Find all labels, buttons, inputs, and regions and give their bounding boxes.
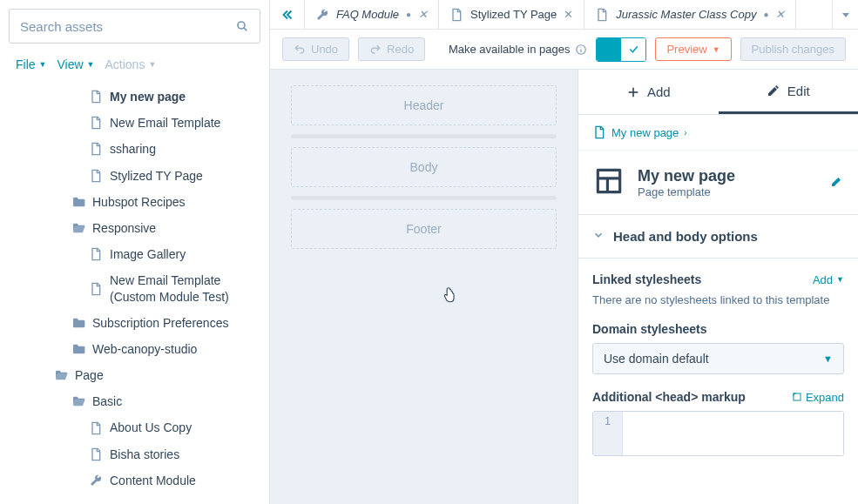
- tree-file[interactable]: Image Gallery: [0, 241, 269, 267]
- linked-stylesheets-label: Linked stylesheets: [592, 272, 701, 286]
- pencil-icon: [767, 84, 780, 97]
- tree-file[interactable]: My new page: [0, 84, 269, 110]
- tree-item-label: Stylized TY Page: [110, 168, 203, 184]
- preview-button[interactable]: Preview ▼: [655, 37, 731, 61]
- toggle-on[interactable]: [597, 38, 621, 61]
- menu-file[interactable]: File▼: [12, 56, 50, 73]
- folder-open-icon: [54, 368, 68, 382]
- file-icon: [89, 447, 103, 461]
- redo-button: Redo: [358, 37, 425, 61]
- file-icon: [89, 169, 103, 183]
- chevron-right-icon: ›: [684, 128, 686, 138]
- tree-file[interactable]: Content Module: [0, 467, 269, 494]
- tree-item-label: Content Module: [110, 473, 196, 488]
- search-box[interactable]: [9, 9, 260, 44]
- dirty-indicator: ●: [763, 10, 768, 19]
- close-tab-button[interactable]: ✕: [564, 8, 573, 21]
- canvas[interactable]: Header Body Footer: [270, 70, 578, 504]
- file-icon: [89, 282, 103, 296]
- toggle-off[interactable]: [621, 38, 645, 61]
- tree-folder[interactable]: Subscription Preferences: [0, 310, 269, 336]
- tree-file[interactable]: Stylized TY Page: [0, 163, 269, 189]
- panel-tab-edit[interactable]: Edit: [719, 70, 859, 114]
- file-icon: [89, 90, 103, 104]
- tab-label: Jurassic Master Class Copy: [616, 8, 756, 21]
- tree-folder[interactable]: Basic: [0, 388, 269, 414]
- file-icon: [89, 247, 103, 261]
- tab-label: FAQ Module: [336, 8, 399, 21]
- tab[interactable]: Stylized TY Page✕: [439, 0, 584, 29]
- add-stylesheet-button[interactable]: Add▼: [813, 273, 844, 286]
- tree-item-label: My new page: [110, 89, 186, 104]
- expand-head-button[interactable]: Expand: [792, 391, 844, 404]
- edit-title-button[interactable]: [830, 174, 844, 191]
- section-head-body[interactable]: Head and body options: [578, 215, 858, 259]
- right-panel: Add Edit My new page ›: [578, 70, 858, 504]
- folder-open-icon: [71, 221, 85, 235]
- folder-icon: [71, 342, 85, 356]
- row-divider[interactable]: [291, 196, 557, 200]
- panel-tab-add[interactable]: Add: [578, 70, 719, 114]
- tab[interactable]: FAQ Module●✕: [305, 0, 439, 29]
- head-markup-input[interactable]: [623, 412, 843, 455]
- domain-stylesheets-label: Domain stylesheets: [592, 322, 844, 336]
- tree-file[interactable]: New Email Template: [0, 110, 269, 136]
- folder-icon: [71, 316, 85, 330]
- plus-icon: [626, 85, 640, 99]
- page-title: My new page: [638, 167, 818, 185]
- undo-button: Undo: [282, 37, 349, 61]
- dirty-indicator: ●: [406, 10, 411, 19]
- tree-file[interactable]: About Us Copy: [0, 414, 269, 440]
- tree-item-label: New Email Template (Custom Module Test): [110, 272, 262, 304]
- tree-item-label: Web-canopy-studio: [92, 341, 197, 357]
- tree-folder[interactable]: Responsive: [0, 215, 269, 241]
- tree-folder[interactable]: Hubspot Recipes: [0, 189, 269, 215]
- asset-tree: My new pageNew Email TemplatessharingSty…: [0, 80, 269, 504]
- layout-icon: [592, 165, 625, 200]
- tree-item-label: Hubspot Recipes: [92, 194, 186, 210]
- tabbar: FAQ Module●✕Stylized TY Page✕Jurassic Ma…: [270, 0, 858, 30]
- available-label: Make available in pages: [449, 43, 587, 56]
- code-gutter: 1: [593, 412, 623, 455]
- head-markup-label: Additional <head> markup: [592, 390, 746, 404]
- chevron-down-icon: [592, 229, 605, 244]
- linked-stylesheets-help: There are no stylesheets linked to this …: [592, 293, 844, 306]
- tree-folder[interactable]: Page: [0, 362, 269, 388]
- head-markup-editor[interactable]: 1: [592, 411, 844, 456]
- menubar: File▼ View▼ Actions▼: [0, 52, 269, 80]
- wrench-icon: [315, 8, 329, 22]
- availability-toggle[interactable]: [596, 37, 646, 62]
- folder-open-icon: [71, 394, 85, 408]
- domain-stylesheets-select[interactable]: Use domain default ▼: [592, 343, 844, 374]
- file-icon: [89, 116, 103, 130]
- breadcrumb[interactable]: My new page ›: [578, 115, 858, 151]
- close-tab-button[interactable]: ✕: [418, 8, 428, 21]
- file-icon: [89, 421, 103, 435]
- tree-item-label: ssharing: [110, 141, 156, 157]
- tab-label: Stylized TY Page: [470, 8, 557, 21]
- slot-body[interactable]: Body: [291, 147, 557, 187]
- svg-line-1: [244, 28, 247, 30]
- collapse-sidebar-button[interactable]: [270, 0, 305, 29]
- tree-file[interactable]: ssharing: [0, 136, 269, 162]
- slot-footer[interactable]: Footer: [291, 209, 557, 249]
- tree-file[interactable]: New Email Template (Custom Module Test): [0, 267, 269, 309]
- tree-folder[interactable]: Web-canopy-studio: [0, 336, 269, 362]
- folder-icon: [71, 195, 85, 209]
- search-input[interactable]: [20, 19, 235, 34]
- tree-file[interactable]: Bisha stories: [0, 441, 269, 467]
- tree-item-label: Subscription Preferences: [92, 315, 228, 331]
- tree-item-label: About Us Copy: [110, 420, 192, 435]
- row-divider[interactable]: [291, 134, 557, 138]
- file-icon: [595, 8, 609, 22]
- search-icon: [235, 19, 249, 33]
- svg-rect-8: [794, 393, 801, 400]
- tab-overflow-button[interactable]: [832, 0, 858, 29]
- tab[interactable]: Jurassic Master Class Copy●✕: [584, 0, 796, 29]
- tree-item-label: Page: [75, 367, 104, 383]
- menu-view[interactable]: View▼: [53, 56, 98, 73]
- close-tab-button[interactable]: ✕: [775, 8, 785, 21]
- slot-header[interactable]: Header: [291, 85, 557, 125]
- sidebar: File▼ View▼ Actions▼ My new pageNew Emai…: [0, 0, 270, 504]
- tree-item-label: New Email Template: [110, 115, 220, 131]
